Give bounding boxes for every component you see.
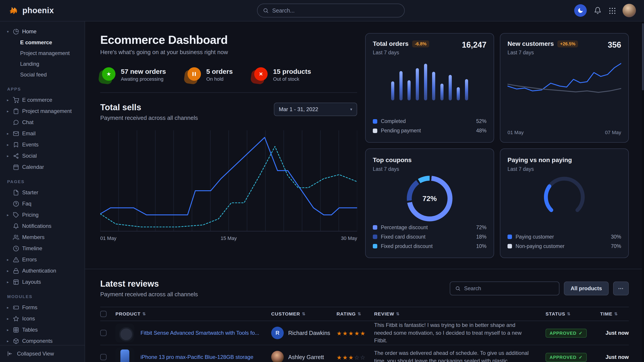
customer-avatar [271, 351, 284, 362]
sidebar-item-members[interactable]: Members [0, 232, 84, 243]
status-badge: APPROVED ✓ [546, 329, 587, 338]
total-orders-value: 16,247 [462, 40, 486, 50]
review-time: Just now [600, 330, 629, 336]
select-all-checkbox[interactable] [100, 311, 106, 317]
top-coupons-center-label: 72% [407, 176, 452, 221]
sidebar-item-layouts[interactable]: ▸ Layouts [0, 276, 84, 288]
row-checkbox[interactable] [100, 354, 106, 360]
notifications-bell-icon[interactable] [594, 7, 602, 14]
sidebar-item-email[interactable]: ▸ Email [0, 128, 84, 139]
user-avatar[interactable] [622, 4, 636, 17]
top-navbar: phoenix [0, 0, 644, 21]
sidebar-subitem-landing[interactable]: Landing [0, 58, 84, 69]
sidebar-subitem-social-feed[interactable]: Social feed [0, 69, 84, 80]
phoenix-logo-icon [8, 5, 19, 16]
reviews-search[interactable] [450, 282, 560, 295]
review-time: Just now [600, 354, 629, 360]
legend-item-percentage-discount: Percentage discount 72% [373, 223, 486, 232]
caret-right-icon: ▸ [6, 306, 10, 310]
collapse-icon [7, 351, 13, 357]
sidebar-item-social[interactable]: ▸ Social [0, 150, 84, 161]
sidebar-item-home[interactable]: ▾ Home [0, 26, 84, 37]
legend-label: Paying customer [516, 234, 554, 240]
reviews-table: PRODUCT⇅CUSTOMER⇅RATING⇅REVIEW⇅STATUS⇅TI… [100, 307, 629, 362]
bookmark-icon [13, 142, 19, 148]
divider [100, 92, 357, 93]
theme-toggle-button[interactable] [574, 4, 587, 17]
column-header-review[interactable]: REVIEW⇅ [374, 311, 546, 317]
table-row: iPhone 13 pro max-Pacific Blue-128GB sto… [100, 345, 629, 362]
rating-stars: ★★★★★ [336, 330, 366, 337]
sidebar-item-starter[interactable]: Starter [0, 187, 84, 198]
apps-grid-icon[interactable] [609, 7, 615, 14]
search-icon [263, 7, 269, 13]
product-link[interactable]: iPhone 13 pro max-Pacific Blue-128GB sto… [140, 354, 253, 360]
legend-value: 72% [476, 225, 486, 231]
sidebar-item-project-management[interactable]: ▸ Project management [0, 105, 84, 117]
sidebar: ▾ HomeE commerceProject managementLandin… [0, 21, 85, 362]
stat-caption: On hold [206, 76, 233, 82]
total-sells-title: Total sells [100, 103, 198, 112]
column-header-product[interactable]: PRODUCT⇅ [116, 311, 271, 317]
total-orders-badge: -6.8% [412, 40, 429, 47]
column-header-rating[interactable]: RATING⇅ [336, 311, 374, 317]
sidebar-item-faq[interactable]: Faq [0, 198, 84, 209]
navbar-search[interactable] [257, 3, 405, 17]
all-products-button[interactable]: All products [564, 282, 609, 295]
product-thumbnail [116, 348, 134, 362]
shopping-cart-icon [13, 97, 19, 103]
bar [465, 79, 468, 100]
customer-name: Ashley Garrett [288, 354, 324, 361]
star-icon [13, 316, 19, 322]
sidebar-item-errors[interactable]: ▸ Errors [0, 254, 84, 265]
sidebar-item-timeline[interactable]: Timeline [0, 243, 84, 254]
legend-item-completed: Completed 52% [373, 117, 486, 126]
more-options-button[interactable]: ⋯ [613, 282, 629, 295]
column-header-time[interactable]: TIME⇅ [600, 311, 629, 317]
page-scrollbar[interactable] [642, 21, 644, 362]
stat-out-of-stock: × 15 productsOut of stock [252, 67, 311, 82]
legend-label: Fixed card discount [381, 234, 426, 240]
brand[interactable]: phoenix [8, 5, 54, 16]
sidebar-subitem-project-management[interactable]: Project management [0, 48, 84, 58]
sidebar-item-icons[interactable]: ▸ Icons [0, 313, 84, 324]
sidebar-item-chat[interactable]: Chat [0, 117, 84, 128]
sidebar-item-calendar[interactable]: Calendar [0, 161, 84, 173]
column-header-status[interactable]: STATUS⇅ [546, 311, 600, 317]
date-range-select[interactable]: Mar 1 - 31, 2022 ▾ [274, 103, 357, 116]
stat-value: 57 new orders [121, 68, 166, 75]
sidebar-item-pricing[interactable]: ▸ Pricing [0, 209, 84, 220]
sidebar-item-authentication[interactable]: ▸ Authentication [0, 265, 84, 276]
total-orders-title: Total orders [373, 40, 408, 47]
legend-label: Completed [381, 118, 406, 124]
caret-right-icon: ▸ [6, 269, 10, 273]
rating-stars: ★★★☆☆ [336, 354, 366, 361]
sidebar-item-forms[interactable]: ▸ Forms [0, 302, 84, 313]
stat-on-hold: 5 ordersOn hold [186, 67, 233, 82]
sidebar-item-tables[interactable]: ▸ Tables [0, 324, 84, 335]
legend-item-paying-customer: Paying customer 30% [508, 232, 621, 242]
customer-name: Richard Dawkins [288, 330, 330, 336]
review-text: This Fitbit is fantastic! I was trying t… [374, 321, 546, 345]
sidebar-subitem-e-commerce[interactable]: E commerce [0, 37, 84, 48]
legend-item-fixed-card-discount: Fixed card discount 18% [373, 232, 486, 242]
navbar-actions [574, 4, 636, 17]
scrollbar-thumb[interactable] [642, 23, 644, 90]
calendar-icon [13, 164, 19, 170]
caret-right-icon: ▸ [6, 143, 10, 147]
total-orders-bar-chart [391, 64, 468, 100]
latest-reviews-section: Latest reviews Payment received across a… [85, 269, 644, 362]
column-header-customer[interactable]: CUSTOMER⇅ [271, 311, 336, 317]
navbar-search-input[interactable] [272, 7, 399, 14]
paying-legend: Paying customer 30% Non-paying customer … [508, 232, 621, 251]
sidebar-item-notifications[interactable]: Notifications [0, 220, 84, 232]
sidebar-item-events[interactable]: ▸ Events [0, 139, 84, 150]
stat-caption: Out of stock [273, 76, 311, 82]
product-link[interactable]: Fitbit Sense Advanced Smartwatch with To… [140, 330, 259, 336]
row-checkbox[interactable] [100, 330, 106, 336]
collapse-sidebar-button[interactable]: Collapsed View [0, 345, 84, 362]
bell-icon [13, 223, 19, 229]
sidebar-section-pages: PAGES [0, 173, 84, 187]
reviews-search-input[interactable] [464, 285, 554, 292]
sidebar-item-e-commerce[interactable]: ▸ E commerce [0, 94, 84, 105]
